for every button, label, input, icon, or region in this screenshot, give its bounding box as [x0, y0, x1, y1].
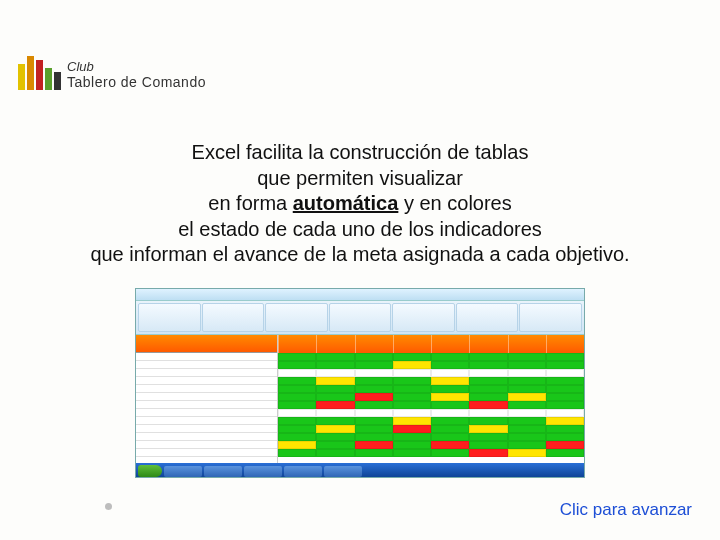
brand-logo: Club Tablero de Comando — [18, 50, 206, 90]
logo-line2: Tablero de Comando — [67, 75, 206, 90]
windows-taskbar — [136, 463, 584, 478]
para-line-5: que informan el avance de la meta asigna… — [0, 242, 720, 268]
para-line-4: el estado de cada uno de los indicadores — [0, 217, 720, 243]
para-line-1: Excel facilita la construcción de tablas — [0, 140, 720, 166]
excel-screenshot — [135, 288, 585, 478]
excel-sheet — [136, 335, 584, 463]
bullet-icon — [105, 503, 112, 510]
start-button-icon — [138, 465, 162, 477]
status-matrix — [278, 353, 584, 457]
advance-link[interactable]: Clic para avanzar — [560, 500, 692, 520]
logo-text: Club Tablero de Comando — [67, 60, 206, 90]
para-line-3: en forma automática y en colores — [0, 191, 720, 217]
emphasis-automatica: automática — [293, 192, 399, 214]
excel-ribbon — [136, 301, 584, 335]
para-line-2: que permiten visualizar — [0, 166, 720, 192]
sheet-data-area — [278, 335, 584, 463]
excel-titlebar — [136, 289, 584, 301]
sheet-row-headers — [136, 335, 278, 463]
slide-paragraph: Excel facilita la construcción de tablas… — [0, 140, 720, 268]
logo-line1: Club — [67, 60, 206, 74]
logo-bars-icon — [18, 50, 61, 90]
